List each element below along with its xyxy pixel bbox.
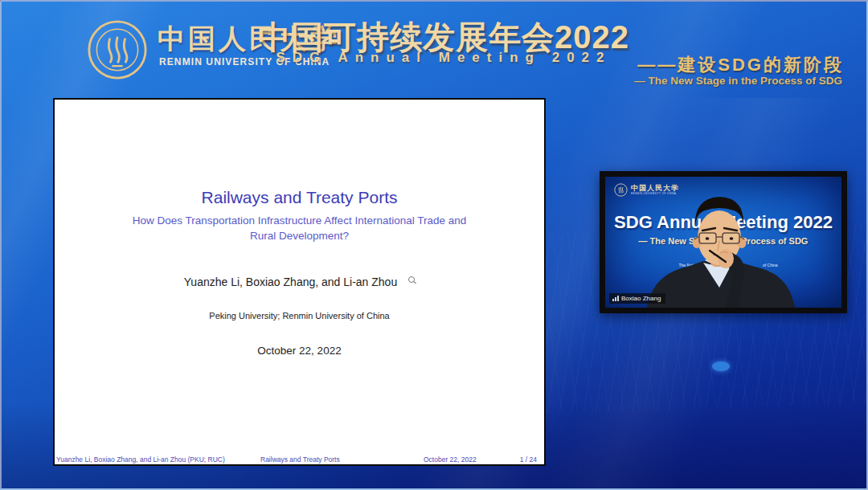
slide-date: October 22, 2022 [55, 345, 544, 357]
university-seal-icon [87, 19, 148, 80]
event-title-english: SDG Annual Meeting 2022 [252, 50, 635, 66]
slide-authors-text: Yuanzhe Li, Boxiao Zhang, and Li-an Zhou [184, 276, 397, 288]
speaker-video-tile[interactable]: 中国人民大学 RENMIN UNIVERSITY OF CHINA SDG An… [600, 171, 847, 313]
presentation-slide: Railways and Treaty Ports How Does Trans… [53, 98, 546, 466]
speaker-video-screen: 中国人民大学 RENMIN UNIVERSITY OF CHINA SDG An… [605, 177, 841, 308]
slide-page-number: 1 / 24 [520, 455, 537, 463]
slide-title: Railways and Treaty Ports [55, 188, 544, 207]
slide-affiliation: Peking University; Renmin University of … [55, 311, 544, 321]
slide-footer-authors: Yuanzhe Li, Boxiao Zhang, and Li-an Zhou… [56, 455, 225, 463]
slide-authors: Yuanzhe Li, Boxiao Zhang, and Li-an Zhou [55, 276, 544, 288]
slide-footer: Yuanzhe Li, Boxiao Zhang, and Li-an Zhou… [55, 454, 544, 463]
signal-bars-icon [612, 296, 619, 301]
meeting-stream-frame: 中国人民大学 RENMIN UNIVERSITY OF CHINA 中国可持续发… [0, 0, 868, 490]
slide-subtitle-line2: Rural Development? [55, 230, 544, 242]
slide-footer-date: October 22, 2022 [424, 455, 477, 463]
slide-footer-title: Railways and Treaty Ports [260, 455, 340, 463]
thanks-ornament-icon [408, 276, 415, 283]
participant-name: Boxiao Zhang [621, 295, 661, 302]
event-subtitle-english: — The New Stage in the Process of SDG [634, 75, 842, 87]
event-subtitle-chinese: ——建设SDG的新阶段 [637, 53, 844, 77]
participant-name-tag: Boxiao Zhang [609, 293, 665, 304]
presenter-figure [605, 177, 841, 308]
slide-subtitle-line1: How Does Transportation Infrastructure A… [55, 214, 544, 227]
background-glow-dot [712, 361, 730, 371]
